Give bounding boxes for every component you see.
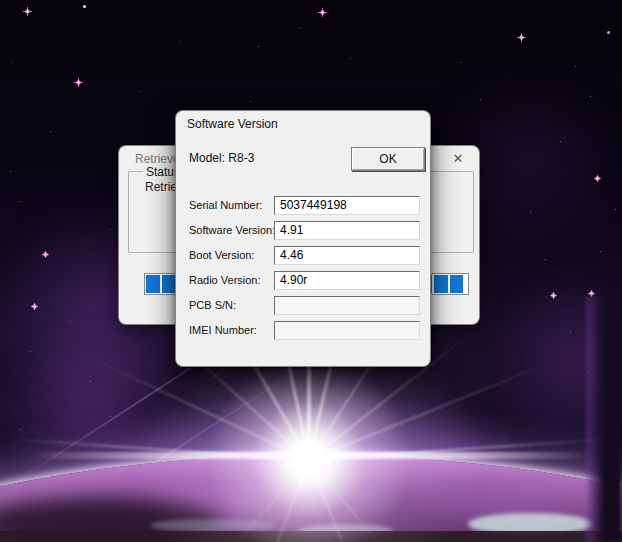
field-label: Software Version:: [189, 224, 275, 236]
right-dark-band: [586, 296, 622, 542]
dialog-title: Software Version: [187, 117, 278, 131]
sun-flare-core: [199, 370, 419, 542]
pink-sparkle-icon: [594, 175, 601, 182]
field-label: PCB S/N:: [189, 299, 236, 311]
pink-sparkle-icon: [517, 33, 526, 42]
field-row: Serial Number: 5037449198: [176, 196, 430, 215]
field-label: Serial Number:: [189, 199, 262, 211]
close-icon[interactable]: ✕: [449, 150, 467, 168]
pink-sparkle-icon: [23, 7, 32, 16]
field-row: PCB S/N:: [176, 296, 430, 315]
field-row: Software Version: 4.91: [176, 221, 430, 240]
pink-sparkle-icon: [31, 303, 38, 310]
desktop: Retrieve S ✕ Status Retrievin Software V…: [0, 0, 622, 542]
pink-sparkle-icon: [550, 292, 557, 299]
field-row: Boot Version: 4.46: [176, 246, 430, 265]
field-label: Radio Version:: [189, 274, 261, 286]
field-row: Radio Version: 4.90r: [176, 271, 430, 290]
boot-version-field[interactable]: 4.46: [274, 246, 420, 265]
titlebar[interactable]: Software Version: [176, 111, 430, 137]
pcb-sn-field[interactable]: [274, 296, 420, 315]
software-version-dialog: Software Version Model: R8-3 OK Serial N…: [175, 110, 431, 367]
imei-number-field[interactable]: [274, 321, 420, 340]
model-text: Model: R8-3: [189, 151, 254, 165]
star-field: [0, 0, 1, 1]
field-row: IMEI Number:: [176, 321, 430, 340]
field-label: Boot Version:: [189, 249, 254, 261]
radio-version-field[interactable]: 4.90r: [274, 271, 420, 290]
software-version-field[interactable]: 4.91: [274, 221, 420, 240]
pink-sparkle-icon: [74, 78, 83, 87]
field-label: IMEI Number:: [189, 324, 257, 336]
pink-sparkle-icon: [318, 8, 327, 17]
pink-sparkle-icon: [42, 251, 49, 258]
ok-button[interactable]: OK: [351, 147, 425, 171]
serial-number-field[interactable]: 5037449198: [274, 196, 420, 215]
